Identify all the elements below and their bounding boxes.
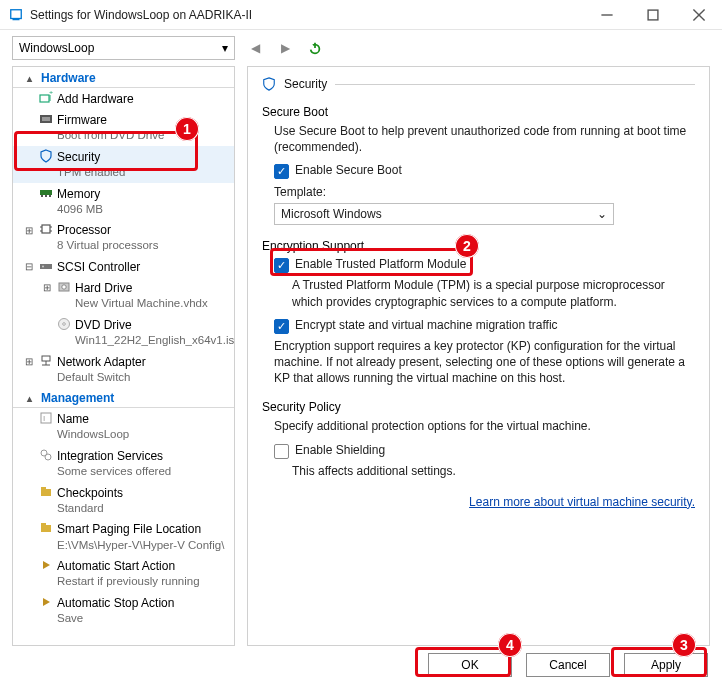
sidebar-item-memory[interactable]: Memory4096 MB (13, 183, 234, 220)
titlebar: Settings for WindowsLoop on AADRIKA-II (0, 0, 722, 30)
checkbox-icon: ✓ (274, 319, 289, 334)
encrypt-state-checkbox[interactable]: ✓ Encrypt state and virtual machine migr… (274, 318, 695, 334)
svg-rect-13 (40, 190, 52, 195)
expand-icon[interactable]: ⊞ (23, 224, 35, 236)
svg-rect-0 (11, 9, 22, 18)
secure-boot-desc: Use Secure Boot to help prevent unauthor… (274, 123, 695, 155)
sidebar-item-label: Firmware (57, 113, 107, 127)
close-button[interactable] (676, 0, 722, 30)
annotation-callout-3: 3 (672, 633, 696, 657)
collapse-icon[interactable]: ⊟ (23, 261, 35, 273)
kp-desc: Encryption support requires a key protec… (274, 338, 695, 387)
group-title: Secure Boot (262, 105, 695, 119)
network-icon (39, 354, 53, 368)
app-icon (8, 7, 24, 23)
sidebar-item-firmware[interactable]: FirmwareBoot from DVD Drive (13, 109, 234, 146)
sidebar-item-automatic-start-action[interactable]: Automatic Start ActionRestart if previou… (13, 555, 234, 592)
add-hardware-icon: + (39, 91, 53, 105)
checkpoints-icon (39, 485, 53, 499)
section-hardware-label: Hardware (41, 71, 96, 85)
sidebar-item-label: Smart Paging File Location (57, 522, 201, 536)
sidebar-item-name[interactable]: INameWindowsLoop (13, 408, 234, 445)
autostop-icon (39, 595, 53, 609)
collapse-icon[interactable]: ▴ (23, 72, 35, 84)
content-pane: Security Secure Boot Use Secure Boot to … (247, 66, 710, 646)
minimize-button[interactable] (584, 0, 630, 30)
sidebar-item-sub: New Virtual Machine.vhdx (75, 296, 228, 312)
expand-icon[interactable]: ⊞ (41, 282, 53, 294)
section-hardware[interactable]: ▴ Hardware (13, 67, 234, 88)
sidebar-item-integration-services[interactable]: Integration ServicesSome services offere… (13, 445, 234, 482)
sidebar-item-label: Network Adapter (57, 355, 146, 369)
sidebar-item-label: Automatic Stop Action (57, 596, 174, 610)
learn-more-link[interactable]: Learn more about virtual machine securit… (469, 495, 695, 509)
svg-marker-40 (43, 598, 50, 606)
sidebar-item-processor[interactable]: ⊞Processor8 Virtual processors (13, 219, 234, 256)
svg-rect-16 (49, 195, 51, 197)
vm-selector[interactable]: WindowsLoop ▾ (12, 36, 235, 60)
nav-forward-button[interactable]: ▶ (275, 38, 295, 58)
sidebar-item-label: Security (57, 150, 100, 164)
sidebar-item-dvd-drive[interactable]: DVD DriveWin11_22H2_English_x64v1.iso (13, 314, 234, 351)
sidebar-item-label: Integration Services (57, 449, 163, 463)
expand-icon[interactable]: ⊞ (23, 356, 35, 368)
sidebar-item-security[interactable]: SecurityTPM enabled (13, 146, 234, 183)
svg-rect-14 (41, 195, 43, 197)
sidebar[interactable]: ▴ Hardware +Add HardwareFirmwareBoot fro… (12, 66, 235, 646)
template-select[interactable]: Microsoft Windows ⌄ (274, 203, 614, 225)
svg-rect-12 (42, 117, 50, 121)
sidebar-item-label: Hard Drive (75, 281, 132, 295)
sidebar-item-automatic-stop-action[interactable]: Automatic Stop ActionSave (13, 592, 234, 629)
checkbox-icon: ✓ (274, 258, 289, 273)
group-security-policy: Security Policy Specify additional prote… (262, 400, 695, 478)
sidebar-item-sub: Standard (57, 501, 228, 517)
svg-point-27 (63, 323, 66, 326)
dvd-icon (57, 317, 71, 331)
svg-rect-22 (40, 264, 52, 269)
dialog-buttons: OK Cancel Apply (428, 653, 708, 677)
services-icon (39, 448, 53, 462)
shield-icon (39, 149, 53, 163)
checkbox-label: Enable Shielding (295, 443, 385, 457)
apply-button[interactable]: Apply (624, 653, 708, 677)
sidebar-item-sub: 8 Virtual processors (57, 238, 228, 254)
maximize-button[interactable] (630, 0, 676, 30)
hard-drive-icon (57, 280, 71, 294)
annotation-callout-4: 4 (498, 633, 522, 657)
svg-text:+: + (49, 91, 53, 96)
enable-secure-boot-checkbox[interactable]: ✓ Enable Secure Boot (274, 163, 695, 179)
svg-rect-17 (42, 225, 50, 233)
sidebar-item-smart-paging-file-location[interactable]: Smart Paging File LocationE:\VMs\Hyper-V… (13, 518, 234, 555)
sidebar-item-sub: Save (57, 611, 228, 627)
checkbox-icon: ✓ (274, 164, 289, 179)
svg-rect-8 (40, 95, 49, 102)
svg-rect-35 (41, 489, 51, 496)
sidebar-item-sub: 4096 MB (57, 202, 228, 218)
sidebar-item-network-adapter[interactable]: ⊞Network AdapterDefault Switch (13, 351, 234, 388)
shield-desc: This affects additional settings. (274, 463, 695, 479)
nav-back-button[interactable]: ◀ (245, 38, 265, 58)
sidebar-item-scsi-controller[interactable]: ⊟SCSI Controller (13, 256, 234, 277)
collapse-icon[interactable]: ▴ (23, 392, 35, 404)
memory-icon (39, 186, 53, 200)
policy-desc: Specify additional protection options fo… (274, 418, 695, 434)
group-title: Security Policy (262, 400, 695, 414)
chevron-down-icon: ⌄ (597, 207, 607, 221)
sidebar-item-add-hardware[interactable]: +Add Hardware (13, 88, 234, 109)
vm-selector-value: WindowsLoop (19, 41, 94, 55)
sidebar-item-checkpoints[interactable]: CheckpointsStandard (13, 482, 234, 519)
svg-rect-38 (41, 523, 46, 526)
shield-icon (262, 77, 276, 91)
enable-shielding-checkbox[interactable]: ✓ Enable Shielding (274, 443, 695, 459)
sidebar-item-hard-drive[interactable]: ⊞Hard DriveNew Virtual Machine.vhdx (13, 277, 234, 314)
enable-tpm-checkbox[interactable]: ✓ Enable Trusted Platform Module (274, 257, 695, 273)
sidebar-item-sub: Some services offered (57, 464, 228, 480)
scsi-icon (39, 259, 53, 273)
window-title: Settings for WindowsLoop on AADRIKA-II (30, 8, 584, 22)
power-button[interactable] (305, 38, 325, 58)
ok-button[interactable]: OK (428, 653, 512, 677)
name-icon: I (39, 411, 53, 425)
annotation-callout-1: 1 (175, 117, 199, 141)
cancel-button[interactable]: Cancel (526, 653, 610, 677)
section-management[interactable]: ▴ Management (13, 387, 234, 408)
